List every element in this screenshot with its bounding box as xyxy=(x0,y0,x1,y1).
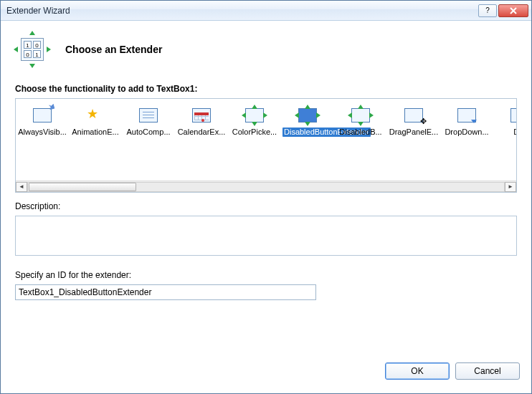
description-label: Description: xyxy=(15,201,517,211)
id-field-label: Specify an ID for the extender: xyxy=(15,270,517,280)
help-button[interactable]: ? xyxy=(478,4,497,17)
drag-panel-icon: ✥ xyxy=(402,106,425,125)
scroll-left-button[interactable]: ◄ xyxy=(16,182,27,192)
extender-list[interactable]: AlwaysVisib...★AnimationE...AutoComp...C… xyxy=(15,98,517,193)
wizard-icon: 1 0 0 1 xyxy=(15,32,49,67)
extender-item-label: DropDown... xyxy=(445,128,488,136)
extender-item-dropdown2[interactable]: Dro xyxy=(493,102,516,140)
extender-item-dropdown[interactable]: DropDown... xyxy=(440,102,493,140)
extender-item-label: DragPanelE... xyxy=(389,128,438,136)
extender-id-input[interactable] xyxy=(15,284,316,300)
disabled-button2-icon xyxy=(349,106,372,125)
extender-item-disabled-button[interactable]: DisabledButtonExtender xyxy=(281,102,334,140)
horizontal-scrollbar[interactable]: ◄ ► xyxy=(16,181,516,192)
ok-button[interactable]: OK xyxy=(385,362,450,380)
extender-item-calendar[interactable]: CalendarEx... xyxy=(175,102,228,140)
extender-item-label: CalendarEx... xyxy=(178,128,226,136)
wizard-header: 1 0 0 1 Choose an Extender xyxy=(1,21,531,81)
cancel-button[interactable]: Cancel xyxy=(455,362,520,380)
dialog-footer: OK Cancel xyxy=(1,356,531,393)
colorpicker-icon xyxy=(243,106,266,125)
extender-item-animation[interactable]: ★AnimationE... xyxy=(69,102,122,140)
extender-item-drag-panel[interactable]: ✥DragPanelE... xyxy=(387,102,440,140)
dropdown-icon xyxy=(455,106,478,125)
extender-item-autocomplete[interactable]: AutoComp... xyxy=(122,102,175,140)
extender-item-label: ColorPicke... xyxy=(232,128,277,136)
description-box xyxy=(15,216,517,256)
extender-item-always-visible[interactable]: AlwaysVisib... xyxy=(16,102,69,140)
page-title: Choose an Extender xyxy=(65,44,162,55)
extender-wizard-dialog: Extender Wizard ? 1 0 0 1 Choose an Exte… xyxy=(0,0,532,394)
always-visible-icon xyxy=(31,106,54,125)
animation-icon: ★ xyxy=(84,106,107,125)
extender-item-label: Dro xyxy=(513,128,516,136)
window-title: Extender Wizard xyxy=(6,6,477,16)
scroll-track[interactable] xyxy=(27,182,505,192)
calendar-icon xyxy=(190,106,213,125)
scroll-right-button[interactable]: ► xyxy=(505,182,516,192)
extender-item-label: AutoComp... xyxy=(126,128,170,136)
autocomplete-icon xyxy=(137,106,160,125)
scroll-thumb[interactable] xyxy=(29,183,136,191)
extender-item-disabled-button2[interactable]: DisabledB... xyxy=(334,102,387,140)
dropdown2-icon xyxy=(508,106,516,125)
extender-item-label: AnimationE... xyxy=(72,128,118,136)
titlebar[interactable]: Extender Wizard ? xyxy=(1,1,531,21)
disabled-button-icon xyxy=(296,106,319,125)
extender-list-label: Choose the functionality to add to TextB… xyxy=(15,84,517,94)
extender-item-colorpicker[interactable]: ColorPicke... xyxy=(228,102,281,140)
extender-item-label: AlwaysVisib... xyxy=(18,128,67,136)
close-button[interactable] xyxy=(498,4,528,17)
extender-item-label: DisabledB... xyxy=(339,128,381,136)
